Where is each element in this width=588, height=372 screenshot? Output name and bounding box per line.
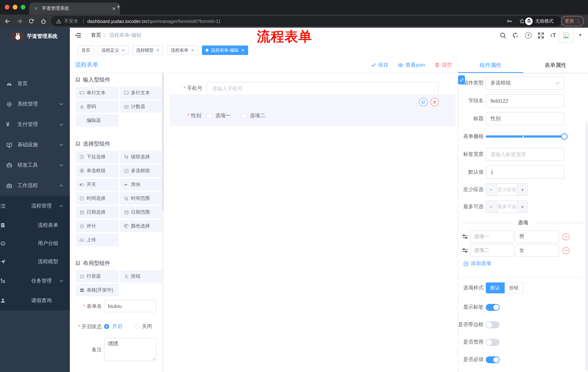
component-time-range[interactable]: 时间范围: [120, 192, 163, 205]
delete-component-button[interactable]: [430, 98, 439, 106]
component-upload[interactable]: 上传: [76, 234, 119, 246]
remove-option-button[interactable]: [563, 233, 569, 240]
sidebar-item-user-group[interactable]: 用户分组: [0, 234, 70, 253]
status-off-label[interactable]: 关闭: [142, 323, 152, 330]
option-label-input[interactable]: [470, 244, 514, 257]
maximize-window-button[interactable]: [21, 5, 25, 10]
browser-tab[interactable]: 芋道管理系统 ✕: [29, 2, 120, 15]
tag-close-icon[interactable]: ✕: [191, 48, 194, 53]
home-icon[interactable]: [40, 18, 47, 24]
drag-handle-icon[interactable]: [462, 247, 469, 254]
form-name-input[interactable]: [104, 300, 157, 312]
tab-component-props[interactable]: 组件属性: [458, 57, 523, 73]
sidebar-item-payment[interactable]: ¥ 支付管理: [0, 114, 70, 135]
avatar[interactable]: [559, 28, 573, 43]
component-date-range[interactable]: 日期范围: [120, 206, 163, 218]
minus-button[interactable]: −: [486, 184, 497, 195]
canvas-gender-field-selected[interactable]: 性别 选项一 选项二: [170, 95, 456, 126]
browser-update-button[interactable]: 更新 ⋮: [561, 16, 584, 26]
tag-process-form[interactable]: 流程表单✕: [167, 45, 198, 55]
component-editor[interactable]: 编辑器: [76, 114, 119, 127]
sidebar-item-system[interactable]: 系统管理: [0, 94, 70, 114]
sidebar-item-infrastructure[interactable]: 基础设施: [0, 135, 70, 155]
tab-form-props[interactable]: 表单属性: [523, 57, 588, 73]
form-grid-slider[interactable]: [486, 130, 564, 143]
plus-button[interactable]: +: [517, 184, 528, 195]
components-panel-scrollbar[interactable]: [162, 73, 164, 372]
option-value-input[interactable]: [515, 230, 559, 243]
component-type-select[interactable]: 多选框组: [486, 76, 564, 90]
slider-handle[interactable]: [561, 133, 568, 140]
max-select-placeholder[interactable]: 最多可选: [497, 201, 517, 213]
address-bar[interactable]: 不安全 dashboard.yudao.iocoder.cn/bpm/manag…: [51, 16, 530, 26]
tab-close-icon[interactable]: ✕: [112, 6, 116, 11]
disabled-toggle[interactable]: [486, 339, 500, 346]
tag-close-icon[interactable]: ✕: [156, 48, 159, 53]
fullscreen-icon[interactable]: [537, 32, 544, 39]
border-toggle[interactable]: [486, 321, 500, 328]
browser-menu-icon[interactable]: ⋮: [576, 19, 580, 24]
component-row-container[interactable]: 行容器: [76, 270, 119, 282]
avatar-caret-icon[interactable]: ▼: [578, 33, 582, 37]
component-multi-line-text[interactable]: 多行文本: [120, 87, 163, 99]
component-checkbox-group[interactable]: 多选框组: [120, 165, 163, 177]
component-color-picker[interactable]: 颜色选择: [120, 220, 163, 232]
sidebar-item-workflow[interactable]: 工作流程: [0, 175, 70, 196]
option-label-input[interactable]: [470, 230, 514, 243]
forward-icon[interactable]: [16, 18, 22, 24]
properties-scrollbar[interactable]: [586, 122, 588, 371]
save-button[interactable]: 保存: [371, 62, 388, 68]
gender-option1-label[interactable]: 选项一: [215, 112, 231, 119]
sidebar-fold-icon[interactable]: [74, 32, 82, 39]
label-width-input[interactable]: [486, 148, 564, 161]
tag-process-definition[interactable]: 流程定义✕: [98, 45, 128, 55]
component-radio-group[interactable]: 单选框组: [76, 165, 119, 177]
title-input[interactable]: [486, 112, 564, 125]
tag-close-icon[interactable]: ✕: [241, 48, 244, 53]
component-counter[interactable]: 123计数器: [120, 100, 163, 113]
status-off-radio[interactable]: [134, 324, 139, 329]
component-switch[interactable]: 开关: [76, 178, 119, 191]
minimize-window-button[interactable]: [13, 5, 18, 10]
plus-button[interactable]: +: [517, 201, 528, 213]
tag-home[interactable]: 首页: [78, 45, 94, 55]
min-select-placeholder[interactable]: 至少应选: [497, 184, 517, 195]
sidebar-item-task-management[interactable]: 任务管理: [0, 271, 70, 291]
gender-option2-label[interactable]: 选项二: [250, 112, 265, 119]
tag-process-form-edit[interactable]: 流程表单-编辑✕: [202, 45, 248, 55]
add-option-button[interactable]: 添加选项: [463, 260, 588, 267]
clear-button[interactable]: 清空: [434, 62, 452, 68]
security-warning-icon[interactable]: [56, 18, 62, 24]
sidebar-item-devtools[interactable]: 研发工具: [0, 155, 70, 175]
copy-component-button[interactable]: [419, 98, 428, 106]
minus-button[interactable]: −: [486, 201, 497, 213]
sidebar-item-process-management[interactable]: 流程管理: [0, 196, 70, 216]
tag-close-icon[interactable]: ✕: [122, 48, 125, 53]
component-cascader[interactable]: 级联选择: [120, 151, 163, 163]
sidebar-item-home[interactable]: 首页: [0, 74, 70, 94]
search-icon[interactable]: [500, 32, 506, 39]
component-button[interactable]: 按钮: [120, 270, 163, 282]
component-password[interactable]: 密码: [76, 100, 119, 113]
component-select[interactable]: 下拉选择: [76, 151, 119, 163]
sidebar-item-process-form[interactable]: 流程表单: [0, 216, 70, 234]
password-key-icon[interactable]: [506, 18, 512, 24]
option-value-input[interactable]: [515, 244, 559, 257]
component-slider[interactable]: 滑块: [120, 178, 163, 191]
default-value-input[interactable]: [486, 166, 564, 179]
font-size-icon[interactable]: TT: [550, 33, 556, 38]
field-name-input[interactable]: [486, 94, 564, 107]
component-time-picker[interactable]: 时间选择: [76, 192, 119, 205]
component-single-line-text[interactable]: 单行文本: [76, 87, 119, 99]
required-toggle[interactable]: [486, 356, 500, 363]
status-on-radio[interactable]: [104, 324, 109, 329]
back-icon[interactable]: [4, 18, 10, 24]
canvas-phone-field[interactable]: 手机号: [169, 82, 439, 95]
view-json-button[interactable]: 查看json: [398, 62, 425, 68]
app-logo-row[interactable]: 芋道管理系统: [0, 29, 70, 44]
gender-option2-checkbox[interactable]: [241, 113, 247, 118]
close-window-button[interactable]: [5, 5, 10, 10]
reload-icon[interactable]: [28, 18, 35, 24]
new-tab-button[interactable]: +: [116, 3, 120, 10]
gender-option1-checkbox[interactable]: [207, 113, 212, 118]
